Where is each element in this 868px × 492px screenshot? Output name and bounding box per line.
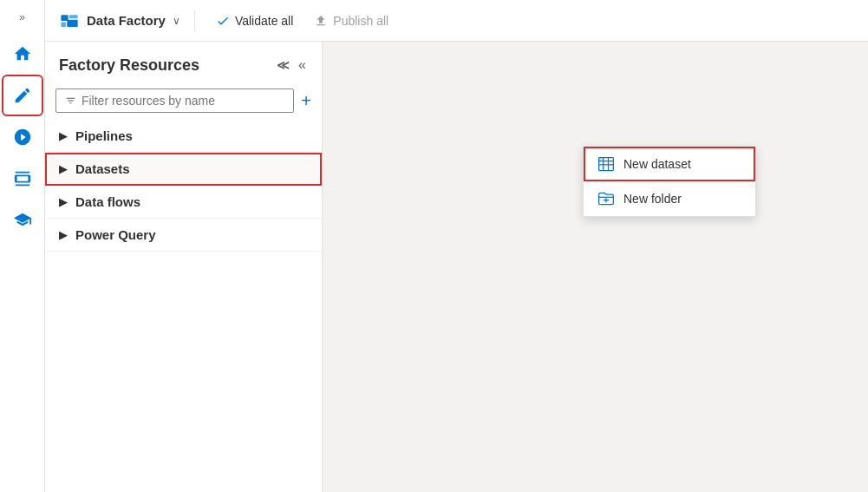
expand-icon: » [19,11,25,23]
topbar-divider [194,10,195,31]
filter-row: + [45,82,322,120]
svg-rect-3 [67,19,77,26]
sidebar-item-author[interactable] [3,76,42,115]
resource-list: ▶ Pipelines ▶ Datasets ▶ Data flows ▶ Po… [45,120,322,492]
folder-icon [597,190,615,207]
svg-rect-2 [61,22,66,27]
dataflows-chevron: ▶ [59,196,67,208]
filter-input[interactable] [82,94,284,108]
filter-input-wrap [55,89,294,113]
manage-icon [13,169,32,188]
sidebar: » [0,0,45,492]
brand-icon [59,10,80,31]
brand-dropdown[interactable]: Data Factory ∨ [59,10,180,31]
resource-item-powerquery[interactable]: ▶ Power Query [45,219,322,252]
topbar: Data Factory ∨ Validate all Publish all [45,0,868,42]
dataflows-label: Data flows [75,194,140,209]
collapse-icon[interactable]: ≪ [275,56,290,74]
author-icon [13,86,32,105]
brand-chevron: ∨ [173,15,180,27]
panel-header: Factory Resources ≪ « [45,42,322,82]
resource-item-datasets[interactable]: ▶ Datasets [45,153,322,186]
validate-all-label: Validate all [235,14,293,28]
context-menu-new-dataset[interactable]: New dataset [584,147,755,181]
new-folder-label: New folder [623,192,682,206]
datasets-chevron: ▶ [59,163,67,175]
dataset-table-icon [597,155,615,173]
resources-panel: Factory Resources ≪ « + ▶ [45,42,323,492]
context-menu: New dataset New folder [583,146,756,217]
panel-header-icons: ≪ « [275,56,308,75]
context-menu-new-folder[interactable]: New folder [584,181,755,216]
resource-item-dataflows[interactable]: ▶ Data flows [45,186,322,219]
powerquery-chevron: ▶ [59,229,67,241]
publish-icon [314,14,328,28]
home-icon [13,44,32,63]
datasets-label: Datasets [75,161,130,176]
close-panel-icon[interactable]: « [297,56,308,75]
svg-rect-9 [599,158,604,161]
sidebar-item-home[interactable] [3,35,42,73]
brand-name: Data Factory [87,13,166,28]
resource-item-pipelines[interactable]: ▶ Pipelines [45,120,322,153]
add-resource-button[interactable]: + [301,92,311,109]
sidebar-item-manage[interactable] [3,160,42,198]
filter-icon [65,95,76,107]
validate-all-button[interactable]: Validate all [209,10,300,31]
learn-icon [13,211,32,230]
new-dataset-label: New dataset [623,157,691,171]
main-area: Data Factory ∨ Validate all Publish all … [45,0,868,492]
publish-all-label: Publish all [333,14,388,28]
monitor-icon [13,128,32,147]
right-area: New dataset New folder [323,42,868,492]
sidebar-item-monitor[interactable] [3,118,42,156]
sidebar-item-learn[interactable] [3,201,42,239]
pipelines-label: Pipelines [75,128,133,143]
panel-title: Factory Resources [59,56,199,75]
publish-all-button[interactable]: Publish all [307,10,395,31]
sidebar-expand-button[interactable]: » [3,7,42,28]
validate-icon [216,14,230,28]
content-wrapper: Factory Resources ≪ « + ▶ [45,42,868,492]
powerquery-label: Power Query [75,227,156,242]
pipelines-chevron: ▶ [59,130,67,142]
svg-rect-1 [69,15,78,18]
